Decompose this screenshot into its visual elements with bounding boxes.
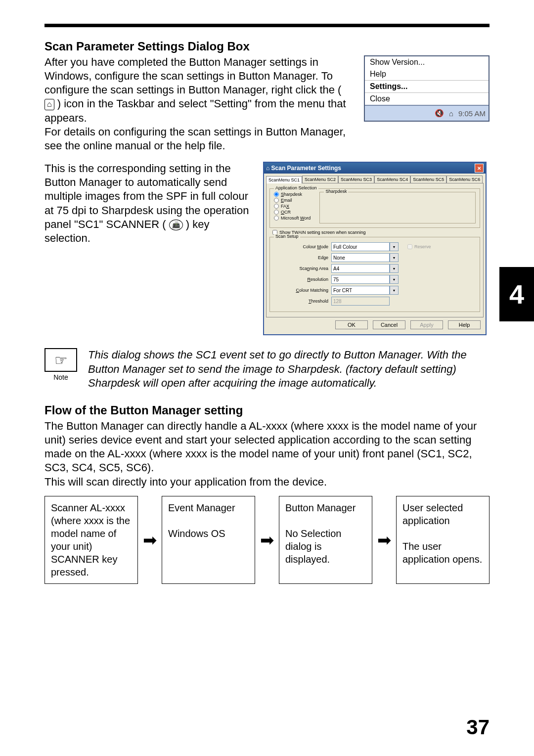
sps-app-icon: ⌂ (266, 165, 271, 172)
flow-box-3b: No Selection dialog is displayed. (285, 528, 341, 565)
label-edge: Edge (274, 255, 328, 260)
flow-box-3a: Button Manager (285, 502, 356, 513)
group-app-sel-title: Application Selection (274, 185, 318, 190)
combo-colour-matching[interactable]: ▼ (331, 286, 399, 295)
row-colour-mode: Colour Mode ▼ Reserve (274, 242, 476, 251)
chevron-down-icon[interactable]: ▼ (390, 264, 399, 273)
document-page: Scan Parameter Settings Dialog Box After… (0, 0, 534, 756)
intro-row: After you have completed the Button Mana… (44, 55, 490, 153)
note-block: ☞ Note This dialog shows the SC1 event s… (44, 348, 490, 391)
intro-p2: For details on configuring the scan sett… (44, 126, 346, 152)
label-colour-matching: Colour Matching (274, 288, 328, 293)
tab-sc2[interactable]: ScanMenu SC2 (302, 176, 338, 183)
scan-parameter-settings-window: ⌂ Scan Parameter Settings ✕ ScanMenu SC1… (263, 162, 487, 335)
taskbar-tray-scanner-icon: ⌂ (44, 99, 54, 110)
flow-box-1: Scanner AL-xxxx (where xxxx is the model… (44, 496, 138, 584)
tab-sc5[interactable]: ScanMenu SC5 (410, 176, 446, 183)
combo-threshold (331, 297, 390, 306)
radio-fax[interactable]: FAX (274, 204, 311, 209)
sps-tabs: ScanMenu SC1 ScanMenu SC2 ScanMenu SC3 S… (264, 174, 486, 183)
sps-desc-col: This is the corresponding setting in the… (44, 162, 252, 245)
reserve-label: Reserve (414, 244, 431, 249)
group-sharpdesk-title: Sharpdesk (324, 189, 348, 194)
chevron-down-icon[interactable]: ▼ (390, 275, 399, 284)
chevron-down-icon[interactable]: ▼ (390, 242, 399, 251)
combo-resolution[interactable]: ▼ (331, 275, 399, 284)
sps-p3a: This is the corresponding setting in the… (44, 162, 249, 230)
tray-volume-icon: 🔇 (435, 109, 444, 118)
label-resolution: Resolution (274, 277, 328, 282)
reserve-checkbox-input (407, 244, 412, 249)
group-sharpdesk-options: Sharpdesk (319, 192, 476, 223)
radio-email-input[interactable] (274, 198, 279, 203)
reserve-checkbox: Reserve (407, 244, 431, 249)
top-rule (44, 24, 490, 27)
sps-title: ⌂ Scan Parameter Settings (266, 165, 341, 172)
section-heading-scan-param: Scan Parameter Settings Dialog Box (44, 40, 490, 53)
intro-p1a: After you have completed the Button Mana… (44, 56, 341, 96)
menu-item-close[interactable]: Close (365, 93, 489, 105)
intro-text-col: After you have completed the Button Mana… (44, 55, 353, 153)
radio-word[interactable]: Microsoft Word (274, 216, 311, 221)
page-number: 37 (466, 715, 490, 739)
input-colour-mode[interactable] (331, 242, 390, 251)
radio-ocr[interactable]: OCR (274, 210, 311, 215)
apply-button: Apply (410, 320, 443, 329)
label-scanning-area: Scanning Area (274, 266, 328, 271)
intro-p1b: ) icon in the Taskbar and select "Settin… (44, 97, 346, 124)
twain-checkbox-row[interactable]: Show TWAIN setting screen when scanning (272, 230, 480, 235)
flow-p1: The Button Manager can directly handle a… (44, 419, 490, 475)
context-menu-figure: Show Version... Help Settings... Close 🔇… (364, 55, 490, 122)
row-edge: Edge ▼ (274, 253, 476, 262)
radio-sharpdesk-input[interactable] (274, 192, 279, 197)
sps-row: This is the corresponding setting in the… (44, 162, 490, 335)
label-colour-mode: Colour Mode (274, 244, 328, 249)
application-radio-list: Sharpdesk Email FAX OCR Microsoft Word (274, 192, 311, 223)
chapter-tab: 4 (499, 267, 534, 321)
sps-title-text: Scan Parameter Settings (271, 165, 341, 172)
input-colour-matching[interactable] (331, 286, 390, 295)
arrow-right-icon: ➡ (260, 532, 274, 548)
flow-box-2a: Event Manager (168, 502, 235, 513)
sps-body: Application Selection Sharpdesk Email FA… (266, 183, 484, 317)
chevron-down-icon[interactable]: ▼ (390, 253, 399, 262)
scanner-key-icon: 📠 (169, 220, 183, 230)
menu-item-help[interactable]: Help (365, 68, 489, 80)
radio-sharpdesk[interactable]: Sharpdesk (274, 192, 311, 197)
menu-item-settings[interactable]: Settings... (365, 80, 489, 93)
radio-word-input[interactable] (274, 216, 279, 221)
arrow-right-icon: ➡ (143, 532, 157, 548)
tab-sc1[interactable]: ScanMenu SC1 (266, 176, 302, 183)
menu-item-show-version[interactable]: Show Version... (365, 56, 489, 68)
input-resolution[interactable] (331, 275, 390, 284)
input-scanning-area[interactable] (331, 264, 390, 273)
help-button[interactable]: Help (448, 320, 481, 329)
row-scanning-area: Scanning Area ▼ (274, 264, 476, 273)
tab-sc3[interactable]: ScanMenu SC3 (338, 176, 374, 183)
flow-box-4b: The user application opens. (402, 541, 482, 565)
row-colour-matching: Colour Matching ▼ (274, 286, 476, 295)
input-edge[interactable] (331, 253, 390, 262)
combo-scanning-area[interactable]: ▼ (331, 264, 399, 273)
combo-colour-mode[interactable]: ▼ (331, 242, 399, 251)
tab-sc6[interactable]: ScanMenu SC6 (446, 176, 483, 183)
radio-ocr-input[interactable] (274, 210, 279, 215)
note-label: Note (44, 373, 77, 381)
close-icon[interactable]: ✕ (475, 164, 484, 173)
tab-sc4[interactable]: ScanMenu SC4 (374, 176, 410, 183)
flow-box-2: Event Manager Windows OS (162, 496, 255, 584)
ok-button[interactable]: OK (335, 320, 368, 329)
radio-fax-input[interactable] (274, 204, 279, 209)
combo-edge[interactable]: ▼ (331, 253, 399, 262)
flow-p2: This will scan directly into your applic… (44, 475, 490, 489)
radio-email[interactable]: Email (274, 198, 311, 203)
group-scan-setup-title: Scan Setup (274, 234, 300, 239)
context-menu: Show Version... Help Settings... Close 🔇… (364, 55, 490, 122)
taskbar-tray: 🔇 ⌂ 9:05 AM (365, 105, 489, 121)
cancel-button[interactable]: Cancel (373, 320, 405, 329)
row-threshold: Threshold (274, 297, 476, 306)
group-application-selection: Application Selection Sharpdesk Email FA… (269, 188, 480, 228)
flow-box-2b: Windows OS (168, 528, 225, 539)
chevron-down-icon[interactable]: ▼ (390, 286, 399, 295)
tray-clock: 9:05 AM (458, 109, 486, 118)
